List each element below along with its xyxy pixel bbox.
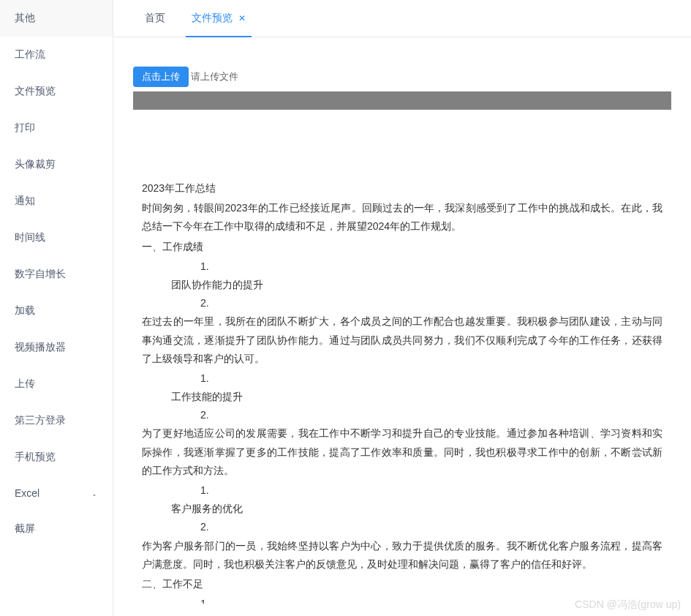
sidebar-item-timeline[interactable]: 时间线 <box>0 219 113 256</box>
tab-file-preview[interactable]: 文件预览 ✕ <box>178 0 259 37</box>
doc-section-1: 一、工作成绩 <box>142 238 662 256</box>
doc-title: 2023年工作总结 <box>142 179 662 198</box>
doc-section-2: 二、工作不足 <box>142 575 662 593</box>
sidebar-item-third-party-login[interactable]: 第三方登录 <box>0 402 113 439</box>
sidebar-item-notification[interactable]: 通知 <box>0 183 113 219</box>
chevron-down-icon <box>91 489 98 497</box>
list-number: 2. <box>142 294 662 312</box>
sidebar-item-video-player[interactable]: 视频播放器 <box>0 329 113 366</box>
sidebar-item-excel[interactable]: Excel <box>0 476 113 511</box>
list-number: 1. <box>142 481 662 500</box>
list-item-title: 客户服务的优化 <box>142 500 662 518</box>
list-number: 2. <box>142 518 662 536</box>
sidebar-item-upload[interactable]: 上传 <box>0 366 113 402</box>
doc-intro: 时间匆匆，转眼间2023年的工作已经接近尾声。回顾过去的一年，我深刻感受到了工作… <box>142 199 662 236</box>
sidebar-item-phone-preview[interactable]: 手机预览 <box>0 439 113 476</box>
doc-paragraph: 为了更好地适应公司的发展需要，我在工作中不断学习和提升自己的专业技能。通过参加各… <box>142 424 662 480</box>
upload-area: 点击上传 请上传文件 <box>133 67 671 87</box>
tabs-bar: 首页 文件预览 ✕ <box>113 0 691 37</box>
sidebar-item-avatar-crop[interactable]: 头像裁剪 <box>0 146 113 183</box>
sidebar-item-file-preview[interactable]: 文件预览 <box>0 73 113 110</box>
doc-paragraph: 在过去的一年里，我所在的团队不断扩大，各个成员之间的工作配合也越发重要。我积极参… <box>142 312 662 368</box>
sidebar-item-other[interactable]: 其他 <box>0 0 113 37</box>
preview-container[interactable]: 2023年工作总结 时间匆匆，转眼间2023年的工作已经接近尾声。回顾过去的一年… <box>133 91 671 604</box>
list-number: 1. <box>142 369 662 388</box>
list-number: 1. <box>142 258 662 276</box>
list-number: 1. <box>142 595 662 604</box>
close-icon[interactable]: ✕ <box>238 13 246 23</box>
list-item-title: 团队协作能力的提升 <box>142 276 662 294</box>
sidebar: 其他 工作流 文件预览 打印 头像裁剪 通知 时间线 数字自增长 加载 视频播放… <box>0 0 113 616</box>
content-area: 点击上传 请上传文件 2023年工作总结 时间匆匆，转眼间2023年的工作已经接… <box>113 37 691 616</box>
list-item-title: 工作技能的提升 <box>142 388 662 406</box>
sidebar-item-print[interactable]: 打印 <box>0 110 113 146</box>
list-number: 2. <box>142 406 662 424</box>
sidebar-item-workflow[interactable]: 工作流 <box>0 37 113 73</box>
tab-home[interactable]: 首页 <box>132 0 178 37</box>
upload-hint: 请上传文件 <box>191 70 238 83</box>
sidebar-item-number-growth[interactable]: 数字自增长 <box>0 256 113 293</box>
sidebar-item-screenshot[interactable]: 截屏 <box>0 511 113 547</box>
sidebar-item-loading[interactable]: 加载 <box>0 293 113 329</box>
document-content: 2023年工作总结 时间匆匆，转眼间2023年的工作已经接近尾声。回顾过去的一年… <box>133 110 671 604</box>
preview-toolbar <box>133 91 671 110</box>
main-content: 首页 文件预览 ✕ 点击上传 请上传文件 2023年工作总结 时间匆匆，转眼间2… <box>113 0 691 616</box>
upload-button[interactable]: 点击上传 <box>133 67 189 87</box>
doc-paragraph: 作为客户服务部门的一员，我始终坚持以客户为中心，致力于提供优质的服务。我不断优化… <box>142 537 662 574</box>
